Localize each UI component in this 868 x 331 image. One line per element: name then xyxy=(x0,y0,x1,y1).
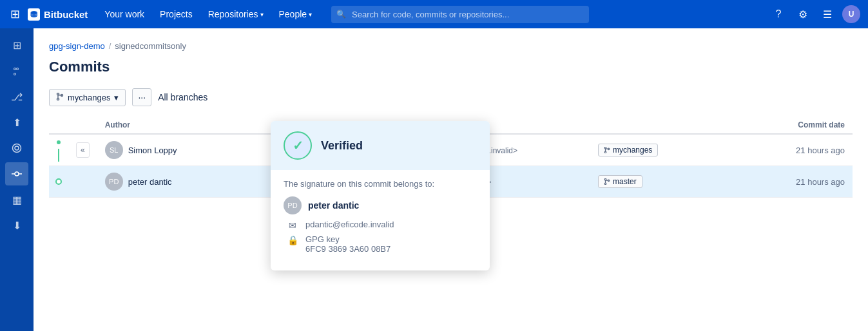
graph-cell-1 xyxy=(49,134,68,166)
people-chevron: ▾ xyxy=(309,11,312,18)
commit-date-1: 21 hours ago xyxy=(796,146,845,155)
help-button[interactable]: ? xyxy=(769,5,788,24)
search-input[interactable] xyxy=(331,6,589,23)
commit-date-2: 21 hours ago xyxy=(796,177,845,187)
graph-line xyxy=(58,149,59,162)
toolbar: mychanges ▾ ··· All branches xyxy=(49,88,853,106)
nav-links: Your work Projects Repositories ▾ People… xyxy=(98,5,318,23)
all-branches-label: All branches xyxy=(158,92,207,102)
popup-person: PD peter dantic xyxy=(284,196,477,211)
branch-tag-1[interactable]: mychanges xyxy=(598,144,658,156)
date-header: Commit date xyxy=(720,117,853,134)
branch-chevron: ▾ xyxy=(114,93,119,102)
verified-popup: ✓ Verified The signature on this commit … xyxy=(271,121,490,211)
sidebar-item-commits[interactable] xyxy=(5,162,28,185)
sidebar-item-branches[interactable]: ⎇ xyxy=(5,85,28,108)
messages-button[interactable]: ☰ xyxy=(818,5,837,24)
author-name-2: peter dantic xyxy=(128,177,172,187)
sidebar-item-analytics[interactable]: ▦ xyxy=(5,188,28,211)
author-cell-2: PD peter dantic xyxy=(97,166,274,198)
logo-text: Bitbucket xyxy=(44,9,88,20)
nav-icons: ? ⚙ ☰ U xyxy=(769,5,860,24)
popup-person-name: peter dantic xyxy=(308,200,359,211)
branch-tag-2[interactable]: master xyxy=(598,175,642,188)
svg-point-12 xyxy=(604,183,606,185)
popup-title: Verified xyxy=(321,139,363,153)
collapse-button-1[interactable]: « xyxy=(76,142,90,158)
nav-people[interactable]: People ▾ xyxy=(273,5,319,23)
branches-cell-1: mychanges xyxy=(590,134,720,166)
author-header: Author xyxy=(97,117,274,134)
svg-point-1 xyxy=(13,144,21,153)
logo-icon: ⛃ xyxy=(28,8,40,21)
branches-header xyxy=(590,117,720,134)
logo[interactable]: ⛃ Bitbucket xyxy=(28,8,88,21)
svg-point-9 xyxy=(604,151,606,153)
author-name-1: Simon Loppy xyxy=(128,146,177,155)
breadcrumb-sep: / xyxy=(109,41,111,51)
nav-projects[interactable]: Projects xyxy=(153,5,199,23)
sidebar-item-deployments[interactable]: ⬆ xyxy=(5,111,28,134)
graph-header xyxy=(49,117,68,134)
date-cell-1: 21 hours ago xyxy=(720,134,853,166)
graph-dot-outline xyxy=(55,178,62,185)
date-cell-2: 21 hours ago xyxy=(720,166,853,198)
branches-cell-2: master xyxy=(590,166,720,198)
sidebar: ⊞ ⎇ ⬆ ▦ ⬇ xyxy=(0,28,34,211)
breadcrumb-repo-link[interactable]: gpg-sign-demo xyxy=(49,41,105,51)
popup-header: ✓ Verified xyxy=(271,121,490,170)
sidebar-item-pull-requests[interactable] xyxy=(5,59,28,82)
popup-body: The signature on this commit belongs to:… xyxy=(271,170,490,211)
breadcrumb: gpg-sign-demo / signedcommitsonly xyxy=(49,41,853,51)
grid-icon[interactable]: ⊞ xyxy=(8,5,23,24)
verified-check-icon: ✓ xyxy=(284,131,312,160)
graph-cell-2 xyxy=(49,166,68,198)
author-avatar-2: PD xyxy=(105,173,123,191)
breadcrumb-page: signedcommitsonly xyxy=(115,41,186,51)
author-cell-1: SL Simon Loppy xyxy=(97,134,274,166)
collapse-cell-2 xyxy=(68,166,97,198)
author-avatar-1: SL xyxy=(105,141,123,159)
sidebar-item-pipelines[interactable] xyxy=(5,137,28,160)
collapse-header xyxy=(68,117,97,134)
branch-icon xyxy=(56,93,64,102)
collapse-cell-1: « xyxy=(68,134,97,166)
svg-point-0 xyxy=(15,146,19,150)
search-bar xyxy=(331,6,589,23)
sidebar-item-home[interactable]: ⊞ xyxy=(5,33,28,57)
popup-person-avatar: PD xyxy=(284,196,302,211)
branch-selector[interactable]: mychanges ▾ xyxy=(49,89,126,106)
nav-your-work[interactable]: Your work xyxy=(98,5,151,23)
graph-dot-filled xyxy=(55,139,62,146)
more-button[interactable]: ··· xyxy=(132,88,151,106)
page-title: Commits xyxy=(49,59,853,75)
nav-repositories[interactable]: Repositories ▾ xyxy=(202,5,270,23)
branch-label: mychanges xyxy=(68,93,110,102)
top-nav: ⊞ ⛃ Bitbucket Your work Projects Reposit… xyxy=(0,0,868,28)
settings-button[interactable]: ⚙ xyxy=(793,5,813,24)
svg-point-2 xyxy=(15,172,19,176)
popup-subtitle: The signature on this commit belongs to: xyxy=(284,179,477,189)
avatar[interactable]: U xyxy=(842,5,860,23)
repositories-chevron: ▾ xyxy=(260,11,264,18)
svg-point-6 xyxy=(57,98,59,100)
